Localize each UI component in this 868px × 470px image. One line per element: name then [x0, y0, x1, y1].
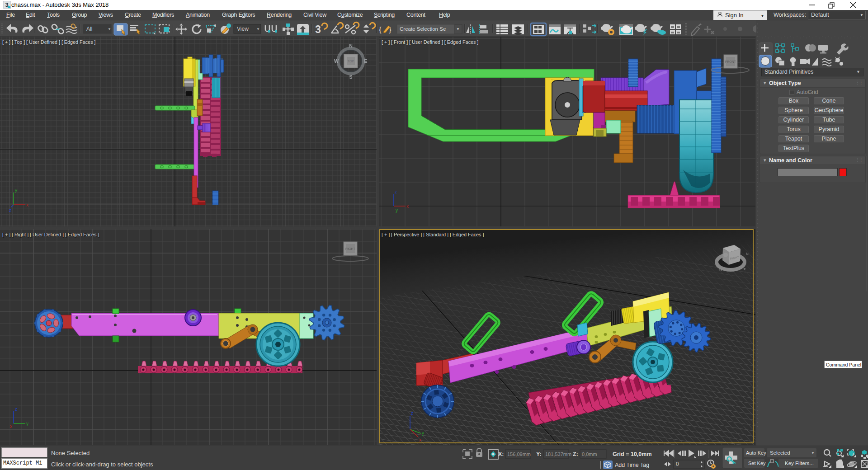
svg-text:Create Selection Se: Create Selection Se — [400, 26, 446, 32]
svg-text:x: x — [26, 202, 28, 207]
svg-text:▼: ▼ — [811, 451, 815, 455]
svg-text:Z:: Z: — [573, 451, 578, 457]
svg-text:Key Filters...: Key Filters... — [785, 461, 814, 466]
svg-text:S: S — [349, 74, 352, 80]
svg-text:▼: ▼ — [456, 27, 460, 31]
svg-text:RIGHT: RIGHT — [345, 247, 356, 250]
svg-text:z: z — [15, 407, 17, 412]
svg-text:156,09mm: 156,09mm — [507, 451, 531, 457]
svg-text:181,537mm: 181,537mm — [545, 451, 571, 457]
svg-text:FRONT: FRONT — [725, 60, 736, 63]
svg-text:y: y — [26, 421, 28, 426]
svg-text:0,0mm: 0,0mm — [582, 451, 597, 457]
svg-text:All: All — [86, 26, 92, 32]
svg-text:y: y — [396, 208, 398, 213]
svg-text:E: E — [364, 58, 367, 64]
svg-text:Y:: Y: — [536, 451, 542, 457]
svg-text:N: N — [349, 43, 353, 48]
svg-text:z: z — [9, 208, 11, 213]
svg-text:View: View — [237, 26, 249, 32]
svg-text:x: x — [10, 424, 12, 429]
svg-text:Grid = 10,0mm: Grid = 10,0mm — [613, 451, 652, 457]
svg-text:Add Time Tag: Add Time Tag — [615, 462, 649, 468]
svg-text:z: z — [395, 189, 397, 194]
svg-text:X:: X: — [498, 451, 504, 457]
svg-text:y: y — [15, 188, 17, 193]
svg-text:Selected: Selected — [770, 450, 790, 456]
svg-text:x: x — [406, 204, 409, 209]
svg-text:Set Key: Set Key — [748, 461, 766, 466]
svg-text:▼: ▼ — [256, 27, 260, 31]
svg-text:Auto Key: Auto Key — [746, 450, 766, 456]
svg-text:W: W — [334, 58, 339, 64]
svg-text:3: 3 — [315, 24, 321, 35]
svg-text:0: 0 — [676, 461, 679, 467]
svg-text:{: { — [379, 25, 382, 34]
svg-text:▼: ▼ — [108, 27, 111, 31]
svg-text:TOP: TOP — [348, 60, 354, 63]
